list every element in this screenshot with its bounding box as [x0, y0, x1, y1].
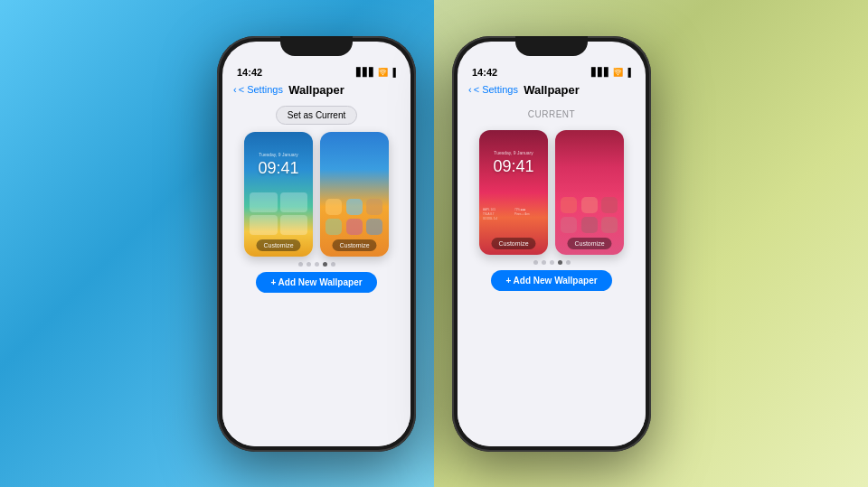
- notch-right: [515, 36, 588, 56]
- notch: [280, 36, 353, 56]
- app-icon-6: [366, 219, 382, 235]
- dot-r4-active: [558, 260, 562, 265]
- wifi-icon: 🛜: [378, 68, 388, 77]
- dots-right: [533, 260, 571, 265]
- chevron-left-icon: ‹: [233, 84, 237, 95]
- app-grid-left: [326, 199, 383, 235]
- wallpaper-cards-right: Tuesday, 9 January 09:41 AAPL 14.5 TSLA …: [479, 130, 624, 255]
- dot-2: [307, 262, 311, 267]
- app-icon-r2: [581, 197, 598, 213]
- dots-left: [298, 262, 335, 267]
- back-button-right[interactable]: ‹ < Settings: [468, 84, 518, 95]
- current-badge: CURRENT: [517, 106, 586, 123]
- signal-icon-right: ▋▋▋: [591, 68, 610, 77]
- app-icon-5: [346, 219, 363, 235]
- battery-icon-right: ▐: [626, 68, 631, 77]
- back-label-right: < Settings: [474, 84, 518, 95]
- app-icon-2: [346, 199, 363, 215]
- app-icon-r5: [581, 217, 598, 233]
- phone-left: 14:42 ▋▋▋ 🛜 ▐ ‹ < Settings Wallpaper: [217, 36, 416, 452]
- back-label-left: < Settings: [239, 84, 283, 95]
- widget-1: [250, 192, 278, 212]
- status-time-left: 14:42: [237, 67, 262, 78]
- wifi-icon-right: 🛜: [613, 68, 623, 77]
- stat-row-2: 72% ■■■ Pines + 4km: [514, 208, 544, 220]
- app-grid-right: [561, 197, 618, 233]
- app-icon-3: [366, 199, 382, 215]
- home-screen-card-left[interactable]: Customize: [320, 132, 389, 257]
- set-as-current-button[interactable]: Set as Current: [276, 106, 357, 125]
- nav-title-right: Wallpaper: [524, 83, 580, 97]
- lock-clock-left: 09:41: [244, 159, 313, 178]
- app-icon-r4: [561, 217, 577, 233]
- scene: 14:42 ▋▋▋ 🛜 ▐ ‹ < Settings Wallpaper: [0, 0, 868, 487]
- lock-screen-card-left[interactable]: Tuesday, 9 January 09:41 Customize: [244, 132, 313, 257]
- dot-5: [331, 262, 335, 267]
- app-icon-4: [326, 219, 342, 235]
- app-icon-r6: [601, 217, 618, 233]
- lock-clock-right: 09:41: [479, 157, 548, 176]
- nav-bar-left: ‹ < Settings Wallpaper: [222, 81, 410, 102]
- stat-row-1: AAPL 14.5 TSLA 8.7 GOOGL 5.4: [483, 208, 513, 220]
- customize-lock-btn-left[interactable]: Customize: [256, 239, 300, 251]
- dot-r5: [566, 260, 571, 265]
- widget-2: [280, 192, 308, 212]
- nav-bar-right: ‹ < Settings Wallpaper: [458, 81, 646, 102]
- widget-3: [250, 215, 278, 235]
- wallpaper-cards-left: Tuesday, 9 January 09:41 Customize: [244, 132, 389, 257]
- status-time-right: 14:42: [472, 67, 497, 78]
- app-icon-1: [326, 199, 342, 215]
- badge-container-left: Set as Current: [276, 106, 357, 125]
- customize-lock-btn-right[interactable]: Customize: [491, 238, 535, 249]
- lock-stats-right: AAPL 14.5 TSLA 8.7 GOOGL 5.4 72% ■■■ Pin…: [483, 208, 544, 220]
- lock-date-left: Tuesday, 9 January: [244, 152, 313, 157]
- back-button-left[interactable]: ‹ < Settings: [233, 84, 283, 95]
- dot-r1: [533, 260, 538, 265]
- app-icon-r1: [561, 197, 577, 213]
- status-icons-right: ▋▋▋ 🛜 ▐: [591, 68, 631, 77]
- nav-title-left: Wallpaper: [288, 83, 344, 97]
- customize-home-btn-left[interactable]: Customize: [332, 239, 376, 251]
- lock-screen-card-right[interactable]: Tuesday, 9 January 09:41 AAPL 14.5 TSLA …: [479, 130, 548, 255]
- widget-4: [280, 215, 308, 235]
- add-wallpaper-button-left[interactable]: + Add New Wallpaper: [256, 272, 376, 293]
- dot-1: [298, 262, 303, 267]
- signal-icon: ▋▋▋: [356, 68, 375, 77]
- lock-date-right: Tuesday, 9 January: [479, 150, 548, 155]
- dot-3: [315, 262, 319, 267]
- status-icons-left: ▋▋▋ 🛜 ▐: [356, 68, 396, 77]
- badge-container-right: CURRENT: [517, 106, 586, 123]
- dot-r2: [542, 260, 546, 265]
- phone-right-screen: 14:42 ▋▋▋ 🛜 ▐ ‹ < Settings Wallpaper: [458, 42, 646, 446]
- home-screen-card-right[interactable]: Customize: [555, 130, 624, 255]
- dot-4-active: [323, 262, 327, 267]
- battery-icon: ▐: [391, 68, 396, 77]
- lock-widgets-left: [250, 192, 307, 235]
- customize-home-btn-right[interactable]: Customize: [567, 238, 611, 249]
- phone-right: 14:42 ▋▋▋ 🛜 ▐ ‹ < Settings Wallpaper: [452, 36, 651, 452]
- app-icon-r3: [601, 197, 618, 213]
- phone-left-screen: 14:42 ▋▋▋ 🛜 ▐ ‹ < Settings Wallpaper: [222, 42, 410, 446]
- screen-content-left: Set as Current Tuesday, 9 January 09:41: [222, 102, 410, 446]
- chevron-left-icon-right: ‹: [468, 84, 472, 95]
- screen-content-right: CURRENT Tuesday, 9 January 09:41: [458, 102, 646, 446]
- dot-r3: [550, 260, 554, 265]
- add-wallpaper-button-right[interactable]: + Add New Wallpaper: [491, 270, 611, 291]
